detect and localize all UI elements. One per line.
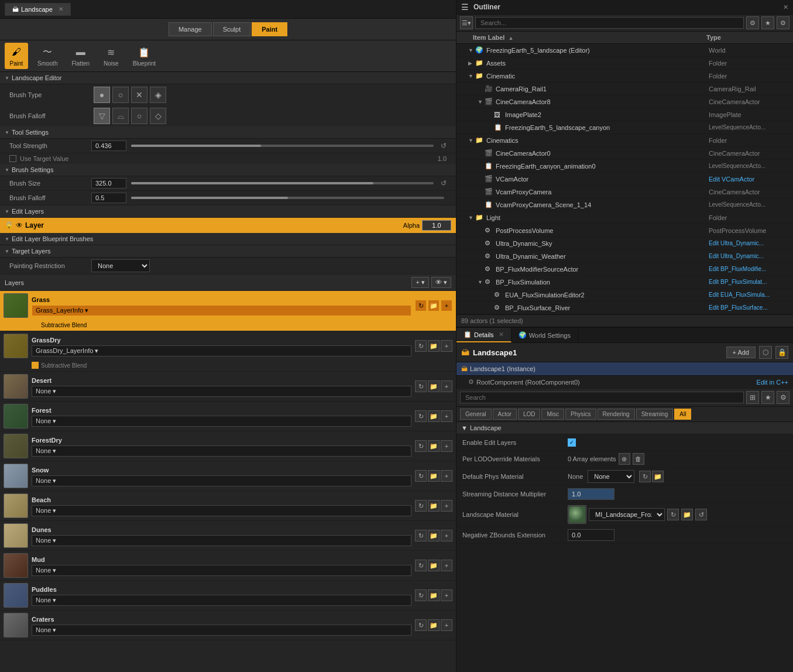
default-phys-folder-btn[interactable]: 📁 [652,471,664,482]
tab-details[interactable]: 📋 Details ✕ [456,328,511,342]
paint-tool-noise[interactable]: ≋ Noise [99,43,123,69]
brush-falloff-tip[interactable]: ◇ [150,108,166,124]
paint-tool-smooth[interactable]: 〜 Smooth [33,43,62,69]
beach-dropdown[interactable]: None ▾ [32,505,411,516]
filter-tab-all[interactable]: All [674,409,691,420]
tree-item[interactable]: ▼ 📁 Cinematics Folder [456,134,793,147]
filter-tab-rendering[interactable]: Rendering [598,409,635,420]
layer-eye-icon[interactable]: 👁 [16,221,23,229]
negative-zbounds-input[interactable] [568,529,615,541]
tree-item[interactable]: ▶ 📁 Assets Folder [456,57,793,70]
per-lod-add-btn[interactable]: ⊕ [619,453,630,465]
forest-add-btn[interactable]: + [441,410,452,422]
landscape-editor-section[interactable]: ▼ Landscape Editor [0,72,456,84]
list-item[interactable]: Grass Grass_LayerInfo ▾ ↻ 📁 + Subtractiv… [0,291,456,331]
beach-refresh-btn[interactable]: ↻ [415,500,427,512]
mud-dropdown[interactable]: None ▾ [32,565,411,576]
forest-folder-btn[interactable]: 📁 [428,410,440,422]
tool-strength-slider[interactable] [131,145,434,147]
material-browse-btn[interactable]: ↻ [667,509,679,520]
streaming-dist-input[interactable] [568,488,615,500]
layers-add-btn[interactable]: + ▾ [411,277,428,288]
details-search-input[interactable] [460,392,744,403]
brush-type-smooth[interactable]: ○ [112,87,129,103]
list-item[interactable]: Craters None ▾ ↻ 📁 + [0,611,456,640]
tree-item[interactable]: ⚙ Ultra_Dynamic_Sky Edit Ultra_Dynamic..… [456,237,793,250]
tree-item[interactable]: 🎬 VCamActor Edit VCamActor [456,173,793,186]
tree-item[interactable]: 📋 VcamProxyCamera_Scene_1_14 LevelSequen… [456,198,793,211]
alpha-input[interactable] [422,220,451,231]
brush-size-reset[interactable]: ↺ [441,179,447,187]
snow-refresh-btn[interactable]: ↻ [415,470,427,482]
landscape-material-dropdown[interactable]: MI_Landscape_Frozen2 [589,508,665,521]
enable-edit-layers-checkbox[interactable]: ✓ [568,438,576,447]
list-item[interactable]: Forest None ▾ ↻ 📁 + [0,402,456,431]
puddles-refresh-btn[interactable]: ↻ [415,589,427,601]
mud-refresh-btn[interactable]: ↻ [415,560,427,571]
dunes-add-btn[interactable]: + [441,530,452,541]
desert-dropdown[interactable]: None ▾ [32,386,411,397]
landscape-tab-close[interactable]: ✕ [59,6,63,12]
tree-item[interactable]: 🎥 CameraRig_Rail1 CameraRig_Rail [456,83,793,95]
desert-refresh-btn[interactable]: ↻ [415,380,427,392]
list-item[interactable]: ForestDry None ▾ ↻ 📁 + [0,431,456,461]
mud-add-btn[interactable]: + [441,560,452,571]
material-folder-btn[interactable]: 📁 [681,509,693,520]
brush-falloff-smooth[interactable]: ▽ [94,108,110,124]
tree-item[interactable]: ⚙ PostProcessVolume PostProcessVolume [456,224,793,237]
tree-item[interactable]: 🎬 CineCameraActor0 CineCameraActor [456,147,793,160]
list-item[interactable]: Dunes None ▾ ↻ 📁 + [0,521,456,551]
brush-type-circle[interactable]: ● [94,87,110,103]
filter-tab-misc[interactable]: Misc [541,409,564,420]
edit-layers-section[interactable]: ▼ Edit Layers [0,205,456,218]
grassdry-dropdown[interactable]: GrassDry_LayerInfo ▾ [32,345,411,356]
edit-layer-blueprint-section[interactable]: ▼ Edit Layer Blueprint Brushes [0,233,456,245]
tree-item[interactable]: ▼ ⚙ BP_FluxSimulation Edit BP_FluxSimula… [456,276,793,289]
grass-dropdown[interactable]: Grass_LayerInfo ▾ [32,305,411,316]
beach-add-btn[interactable]: + [441,500,452,512]
tree-item[interactable]: ▼ 🌍 FreezingEarth_5_landscape (Editor) W… [456,44,793,57]
grass-refresh-btn[interactable]: ↻ [415,300,427,311]
brush-size-slider[interactable] [131,182,434,184]
filter-tab-general[interactable]: General [460,409,492,420]
details-add-button[interactable]: + Add [726,347,756,358]
tree-item[interactable]: ▼ 📁 Cinematic Folder [456,70,793,83]
grass-add-btn[interactable]: + [441,300,452,311]
outliner-options2-btn[interactable]: ★ [761,16,774,29]
tree-item[interactable]: ⚙ BP_FluxModifierSourceActor Edit BP_Flu… [456,263,793,276]
brush-type-cross[interactable]: ✕ [131,87,147,103]
dunes-folder-btn[interactable]: 📁 [428,530,440,541]
grass-subblend-checkbox[interactable] [32,321,39,328]
manage-button[interactable]: Manage [169,22,212,36]
instance-row[interactable]: 🏔 Landscape1 (Instance) [456,362,793,376]
forestdry-refresh-btn[interactable]: ↻ [415,440,427,452]
list-item[interactable]: GrassDry GrassDry_LayerInfo ▾ ↻ 📁 + Subt… [0,331,456,372]
craters-folder-btn[interactable]: 📁 [428,619,440,631]
details-search-icon-btn[interactable]: ⊞ [746,391,759,404]
layers-view-btn[interactable]: 👁 ▾ [431,277,451,288]
snow-dropdown[interactable]: None ▾ [32,475,411,486]
tool-strength-reset[interactable]: ↺ [441,142,447,150]
outliner-filter-btn[interactable]: ☰▾ [460,16,473,29]
mud-folder-btn[interactable]: 📁 [428,560,440,571]
tool-settings-section[interactable]: ▼ Tool Settings [0,126,456,139]
edit-cpp-button[interactable]: Edit in C++ [757,379,788,386]
tree-item[interactable]: ⚙ Ultra_Dynamic_Weather Edit Ultra_Dynam… [456,250,793,263]
tool-strength-input[interactable] [91,140,126,151]
tree-item[interactable]: 📋 FreezingEarth_canyon_animation0 LevelS… [456,160,793,173]
use-target-checkbox[interactable] [9,155,16,162]
filter-tab-actor[interactable]: Actor [493,409,517,420]
outliner-close[interactable]: ✕ [783,4,788,11]
filter-tab-physics[interactable]: Physics [565,409,596,420]
tree-item[interactable]: 📋 FreezingEarth_5_landscape_canyon Level… [456,121,793,134]
snow-add-btn[interactable]: + [441,470,452,482]
brush-falloff-slider[interactable] [131,197,444,199]
tree-item[interactable]: ⚙ BP_FluxSurface_River Edit BP_FluxSurfa… [456,301,793,314]
brush-falloff-sphere[interactable]: ○ [131,108,147,124]
puddles-dropdown[interactable]: None ▾ [32,595,411,606]
grassdry-subblend-checkbox[interactable] [32,362,39,369]
snow-folder-btn[interactable]: 📁 [428,470,440,482]
tab-world-settings[interactable]: 🌍 World Settings [511,328,578,342]
tree-item[interactable]: 🎬 VcamProxyCamera CineCameraActor [456,186,793,198]
list-item[interactable]: Snow None ▾ ↻ 📁 + [0,461,456,491]
